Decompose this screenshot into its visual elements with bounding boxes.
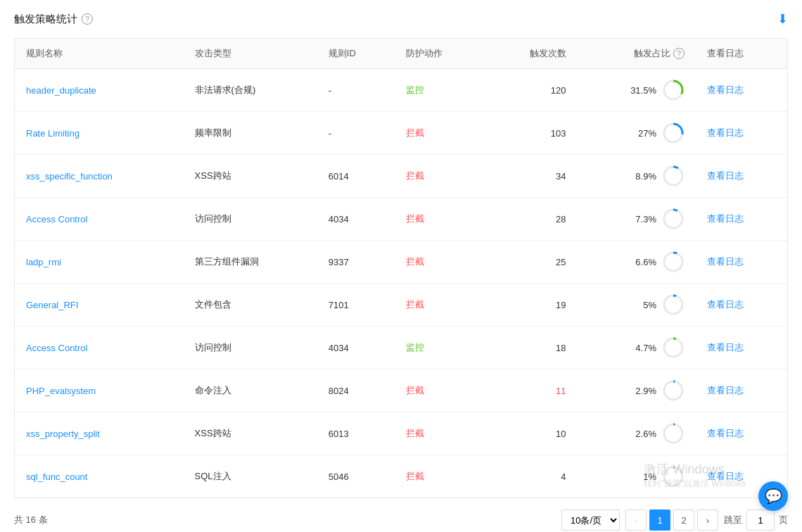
- page-header: 触发策略统计 ? ⬇: [14, 11, 788, 27]
- help-icon[interactable]: ?: [82, 13, 93, 25]
- cell-attack-type: 访问控制: [184, 327, 317, 369]
- table-row: Access Control 访问控制 4034 监控 18 4.7% 查看日志: [15, 327, 787, 369]
- rule-name-link[interactable]: ladp_rmi: [26, 257, 61, 267]
- cell-view-log: 查看日志: [696, 198, 787, 241]
- table-row: General_RFI 文件包含 7101 拦截 19 5% 查看日志: [15, 284, 787, 327]
- pie-chart: [662, 293, 685, 316]
- cell-trigger-percent: 7.3%: [578, 198, 696, 241]
- percent-text: 6.6%: [635, 257, 656, 267]
- rule-name-link[interactable]: header_duplicate: [26, 85, 96, 96]
- percent-text: 8.9%: [635, 171, 656, 182]
- percent-text: 2.9%: [635, 386, 656, 396]
- cell-rule-name: ladp_rmi: [15, 241, 184, 284]
- cell-view-log: 查看日志: [696, 241, 787, 284]
- table-row: Rate Limiting 频率限制 - 拦截 103 27% 查看日志: [15, 112, 787, 155]
- table-row: Access Control 访问控制 4034 拦截 28 7.3% 查看日志: [15, 198, 787, 241]
- cell-action: 拦截: [395, 455, 486, 498]
- rule-name-link[interactable]: Access Control: [26, 343, 87, 353]
- rule-name-link[interactable]: sql_func_count: [26, 471, 87, 482]
- cell-view-log: 查看日志: [696, 284, 787, 327]
- cell-action: 监控: [395, 327, 486, 369]
- cell-action: 拦截: [395, 241, 486, 284]
- pagination-buttons: ‹ 1 2 ›: [625, 509, 718, 531]
- cell-trigger-percent: 1%: [578, 455, 696, 498]
- cell-action: 拦截: [395, 112, 486, 155]
- view-log-link[interactable]: 查看日志: [707, 213, 744, 224]
- next-page-button[interactable]: ›: [697, 509, 718, 531]
- view-log-link[interactable]: 查看日志: [707, 471, 744, 481]
- cell-trigger-count: 103: [486, 112, 578, 155]
- chat-button[interactable]: 💬: [758, 481, 788, 511]
- rule-name-link[interactable]: General_RFI: [26, 300, 78, 310]
- cell-attack-type: 访问控制: [184, 198, 317, 241]
- pie-chart: [662, 251, 685, 273]
- cell-attack-type: SQL注入: [184, 455, 317, 498]
- svg-point-14: [664, 381, 682, 400]
- cell-trigger-count: 4: [486, 455, 578, 498]
- percent-text: 27%: [638, 128, 656, 139]
- action-label: 拦截: [406, 213, 424, 224]
- view-log-link[interactable]: 查看日志: [707, 256, 744, 267]
- cell-action: 拦截: [395, 284, 486, 327]
- cell-trigger-percent: 8.9%: [578, 155, 696, 198]
- cell-rule-id: 6013: [317, 412, 395, 455]
- view-log-link[interactable]: 查看日志: [707, 84, 744, 95]
- pie-chart: [662, 422, 685, 445]
- cell-rule-name: General_RFI: [15, 284, 184, 327]
- pie-chart: [662, 465, 685, 488]
- percent-text: 5%: [643, 300, 656, 310]
- page-size-select[interactable]: 10条/页 20条/页 50条/页: [561, 509, 620, 531]
- cell-attack-type: XSS跨站: [184, 155, 317, 198]
- rule-name-link[interactable]: xss_property_split: [26, 429, 100, 439]
- cell-trigger-percent: 4.7%: [578, 327, 696, 369]
- cell-rule-name: xss_specific_function: [15, 155, 184, 198]
- page-title-area: 触发策略统计 ?: [14, 13, 93, 26]
- page-2-button[interactable]: 2: [673, 509, 694, 531]
- prev-page-button[interactable]: ‹: [625, 509, 647, 531]
- col-rule-name: 规则名称: [15, 39, 184, 69]
- view-log-link[interactable]: 查看日志: [707, 342, 744, 353]
- data-table: 规则名称 攻击类型 规则ID 防护动作 触发次数 触发占比 ? 查看日志 hea…: [15, 39, 787, 498]
- svg-point-16: [664, 424, 682, 443]
- action-label: 拦截: [406, 127, 424, 138]
- col-trigger-count: 触发次数: [486, 39, 578, 69]
- rule-name-link[interactable]: Access Control: [26, 214, 87, 224]
- cell-rule-name: Access Control: [15, 198, 184, 241]
- goto-input[interactable]: [746, 509, 775, 531]
- cell-rule-id: 4034: [317, 198, 395, 241]
- cell-action: 监控: [395, 69, 486, 112]
- cell-rule-name: sql_func_count: [15, 455, 184, 498]
- pie-chart: [662, 208, 685, 230]
- trigger-percent-help-icon[interactable]: ?: [673, 48, 685, 59]
- view-log-link[interactable]: 查看日志: [707, 170, 744, 181]
- table-header-row: 规则名称 攻击类型 规则ID 防护动作 触发次数 触发占比 ? 查看日志: [15, 39, 787, 69]
- view-log-link[interactable]: 查看日志: [707, 385, 744, 395]
- page-container: 触发策略统计 ? ⬇ 规则名称 攻击类型 规则ID 防护动作 触发次数 触发占比…: [0, 0, 802, 532]
- download-icon[interactable]: ⬇: [777, 11, 788, 27]
- action-label: 拦截: [406, 256, 424, 267]
- rule-name-link[interactable]: PHP_evalsystem: [26, 386, 96, 396]
- cell-trigger-percent: 27%: [578, 112, 696, 155]
- col-view-log: 查看日志: [696, 39, 787, 69]
- percent-text: 7.3%: [635, 214, 656, 224]
- cell-attack-type: 非法请求(合规): [184, 69, 317, 112]
- action-label: 拦截: [406, 170, 424, 181]
- col-action: 防护动作: [395, 39, 486, 69]
- percent-text: 1%: [643, 471, 656, 482]
- cell-trigger-count: 25: [486, 241, 578, 284]
- pagination-area: 10条/页 20条/页 50条/页 ‹ 1 2 › 跳至 页: [561, 509, 788, 531]
- goto-label: 跳至: [724, 514, 742, 526]
- view-log-link[interactable]: 查看日志: [707, 299, 744, 310]
- cell-rule-id: 7101: [317, 284, 395, 327]
- page-1-button[interactable]: 1: [649, 509, 670, 531]
- rule-name-link[interactable]: xss_specific_function: [26, 171, 113, 182]
- table-wrapper: 规则名称 攻击类型 规则ID 防护动作 触发次数 触发占比 ? 查看日志 hea…: [14, 38, 788, 498]
- cell-rule-id: 9337: [317, 241, 395, 284]
- rule-name-link[interactable]: Rate Limiting: [26, 128, 79, 139]
- view-log-link[interactable]: 查看日志: [707, 428, 744, 438]
- cell-rule-id: -: [317, 112, 395, 155]
- cell-attack-type: 命令注入: [184, 369, 317, 412]
- table-row: xss_specific_function XSS跨站 6014 拦截 34 8…: [15, 155, 787, 198]
- table-row: sql_func_count SQL注入 5046 拦截 4 1% 查看日志: [15, 455, 787, 498]
- view-log-link[interactable]: 查看日志: [707, 127, 744, 138]
